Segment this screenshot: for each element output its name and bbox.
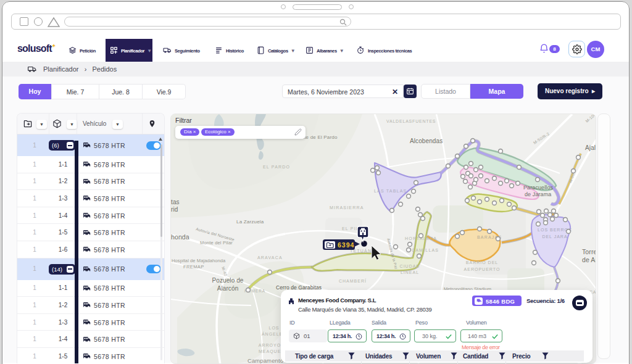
svg-text:DEL JARA: DEL JARA: [542, 234, 567, 239]
svg-text:Campamento: Campamento: [247, 357, 283, 364]
svg-text:Alarcón: Alarcón: [217, 285, 239, 292]
svg-text:CIUDAD: CIUDAD: [400, 264, 420, 268]
svg-text:AEROPUERTO: AEROPUERTO: [464, 267, 501, 271]
svg-text:EL PARDO: EL PARDO: [263, 165, 290, 169]
svg-text:BARRIO DEL: BARRIO DEL: [466, 260, 498, 265]
svg-text:Pozuelo de: Pozuelo de: [212, 277, 243, 284]
svg-text:VALDELASFUENTES: VALDELASFUENTES: [386, 119, 436, 123]
svg-text:Hospital de Majadahonda: Hospital de Majadahonda: [172, 258, 226, 263]
svg-text:rid: rid: [171, 206, 178, 213]
svg-text:Monte del Pilar: Monte del Pilar: [200, 240, 233, 246]
svg-text:LOS: LOS: [268, 326, 279, 330]
svg-text:tas: tas: [171, 199, 180, 205]
svg-text:CAMILLAS: CAMILLAS: [412, 248, 439, 252]
svg-text:FREMAP: FREMAP: [183, 264, 204, 270]
svg-text:honda: honda: [171, 233, 189, 241]
svg-text:La Zarzuela: La Zarzuela: [236, 219, 264, 225]
svg-text:Paracuellos: Paracuellos: [523, 184, 554, 191]
svg-text:LAS TABLAS: LAS TABLAS: [374, 189, 407, 193]
svg-text:Torre: Torre: [582, 248, 596, 255]
svg-text:6394: 6394: [338, 241, 354, 249]
svg-text:ARROYO: ARROYO: [259, 343, 281, 347]
svg-text:MIRASIERRA: MIRASIERRA: [330, 205, 364, 210]
svg-text:de Ar: de Ar: [582, 256, 596, 263]
svg-text:Alcobendas: Alcobendas: [410, 138, 443, 144]
svg-text:Ajalvir: Ajalvir: [585, 144, 596, 151]
svg-text:ARAVACA: ARAVACA: [257, 255, 283, 260]
svg-text:de Jarama: de Jarama: [525, 191, 551, 197]
svg-text:LINEAL: LINEAL: [401, 270, 419, 275]
svg-text:CHAMBERÍ: CHAMBERÍ: [339, 278, 367, 283]
